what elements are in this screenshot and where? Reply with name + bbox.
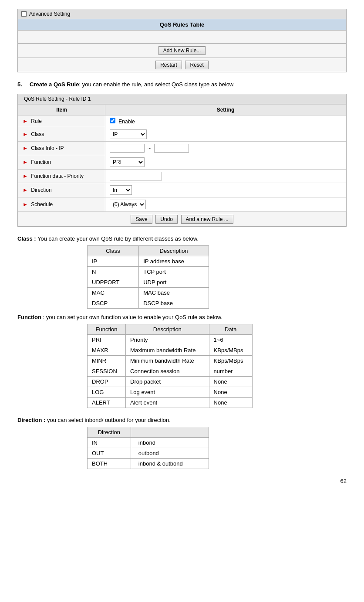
dir-col-direction: Direction: [88, 427, 131, 438]
step5-bold: Create a QoS Rule: [30, 81, 79, 88]
qos-rules-bottom-buttons: Restart Reset: [18, 58, 346, 72]
class-heading-text: You can create your own QoS rule by diff…: [36, 235, 199, 242]
direction-table-wrapper: Direction IN inbond OUT outbond BOTH inb…: [87, 427, 347, 469]
rule-label: Rule: [31, 118, 42, 124]
restart-button[interactable]: Restart: [155, 61, 182, 69]
rule-setting-footer: Save Undo And a new Rule ...: [18, 212, 346, 226]
step5-heading: 5. Create a QoS Rule: you can enable the…: [17, 81, 347, 88]
table-row: ► Class IP N UDPPORT MAC DSCP: [18, 127, 346, 142]
advanced-setting-label: Advanced Setting: [29, 11, 70, 17]
save-button[interactable]: Save: [131, 215, 152, 224]
class-ip-cell: IP: [88, 256, 139, 267]
class-select[interactable]: IP N UDPPORT MAC DSCP: [110, 129, 147, 139]
table-row: ► Class Info - IP ~: [18, 142, 346, 155]
func-alert-desc: Alert event: [126, 398, 209, 408]
class-col-desc: Description: [139, 246, 209, 256]
direction-label-cell: ► Direction: [18, 183, 105, 197]
class-info-to-input[interactable]: [154, 144, 189, 153]
rule-setting-container: QoS Rule Setting - Rule ID 1 Item Settin…: [17, 94, 347, 227]
advanced-setting-checkbox[interactable]: [21, 11, 27, 17]
rule-setting-header: QoS Rule Setting - Rule ID 1: [18, 94, 346, 104]
class-table-wrapper: Class Description IP IP address base N T…: [87, 245, 347, 309]
table-row: ► Function PRI MAXR MINR SESSION DROP LO…: [18, 155, 346, 170]
undo-button[interactable]: Undo: [155, 215, 178, 224]
table-row: ► Function data - Priority: [18, 170, 346, 183]
table-row: IP IP address base: [88, 256, 209, 267]
class-mac-desc: MAC base: [139, 288, 209, 298]
dir-out-cell: OUT: [88, 448, 131, 459]
rule-setting-table: Item Setting ► Rule Enable ► Class: [18, 104, 346, 212]
function-label: Function: [31, 159, 51, 165]
dir-both-cell: BOTH: [88, 459, 131, 469]
dir-in-cell: IN: [88, 438, 131, 448]
page-number-text: 62: [340, 478, 347, 484]
class-heading-bold: Class :: [17, 235, 36, 242]
schedule-select[interactable]: (0) Always: [110, 200, 146, 209]
arrow-icon: ►: [23, 145, 28, 151]
step5-text: Create a QoS Rule: you can enable the ru…: [30, 81, 235, 88]
func-pri-cell: PRI: [88, 335, 126, 345]
class-dscp-desc: DSCP base: [139, 298, 209, 309]
class-ip-desc: IP address base: [139, 256, 209, 267]
function-heading-text: : you can set your own function value to…: [41, 314, 222, 320]
func-minr-data: KBps/MBps: [209, 356, 252, 366]
func-alert-data: None: [209, 398, 252, 408]
direction-section-heading: Direction : you can select inbond/ outbo…: [17, 417, 347, 423]
dir-in-desc: inbond: [131, 438, 209, 448]
dir-both-desc: inbond & outbond: [131, 459, 209, 469]
function-label-cell: ► Function: [18, 155, 105, 170]
tilde-separator: ~: [148, 145, 151, 151]
func-pri-desc: Priority: [126, 335, 209, 345]
func-col-desc: Description: [126, 324, 209, 335]
rule-setting-cell: Enable: [105, 116, 346, 127]
function-setting-cell: PRI MAXR MINR SESSION DROP LOG ALERT: [105, 155, 346, 170]
function-data-input[interactable]: [110, 172, 162, 180]
step5-description: : you can enable the rule, and select Qo…: [79, 81, 235, 88]
table-row: DROP Drop packet None: [88, 377, 253, 387]
class-info-label: Class Info - IP: [31, 145, 64, 151]
direction-table: Direction IN inbond OUT outbond BOTH inb…: [87, 427, 209, 469]
function-data-label: Function data - Priority: [31, 173, 84, 179]
and-new-rule-button[interactable]: And a new Rule ...: [181, 215, 233, 224]
class-info-from-input[interactable]: [110, 144, 145, 153]
func-drop-data: None: [209, 377, 252, 387]
qos-rules-top-header: Advanced Setting: [18, 9, 346, 19]
add-new-rule-button[interactable]: Add New Rule...: [158, 46, 206, 55]
table-row: ALERT Alert event None: [88, 398, 253, 408]
rule-enable-checkbox[interactable]: [110, 118, 115, 123]
func-maxr-desc: Maximum bandwidth Rate: [126, 345, 209, 356]
func-pri-data: 1~6: [209, 335, 252, 345]
class-label-cell: ► Class: [18, 127, 105, 142]
table-row: SESSION Connection session number: [88, 366, 253, 377]
class-n-desc: TCP port: [139, 267, 209, 277]
arrow-icon: ►: [23, 201, 28, 207]
direction-select[interactable]: In Out Both: [110, 185, 132, 195]
reset-button[interactable]: Reset: [185, 61, 208, 69]
direction-heading-text: you can select inbond/ outbond for your …: [45, 417, 171, 423]
table-row: OUT outbond: [88, 448, 209, 459]
function-section-heading: Function : you can set your own function…: [17, 314, 347, 320]
table-row: ► Direction In Out Both: [18, 183, 346, 197]
table-row: IN inbond: [88, 438, 209, 448]
table-row: BOTH inbond & outbond: [88, 459, 209, 469]
table-row: UDPPORT UDP port: [88, 277, 209, 288]
direction-heading-bold: Direction :: [17, 417, 45, 423]
schedule-setting-cell: (0) Always: [105, 197, 346, 212]
func-col-function: Function: [88, 324, 126, 335]
qos-rules-top-body: [18, 31, 346, 44]
function-select[interactable]: PRI MAXR MINR SESSION DROP LOG ALERT: [110, 157, 145, 167]
function-table-wrapper: Function Description Data PRI Priority 1…: [87, 324, 347, 408]
step5-number: 5.: [17, 81, 26, 88]
class-info-setting-cell: ~: [105, 142, 346, 155]
func-drop-cell: DROP: [88, 377, 126, 387]
class-col-class: Class: [88, 246, 139, 256]
table-row: PRI Priority 1~6: [88, 335, 253, 345]
table-row: N TCP port: [88, 267, 209, 277]
arrow-icon: ►: [23, 131, 28, 137]
func-log-cell: LOG: [88, 387, 126, 398]
dir-col-desc: [131, 427, 209, 438]
table-row: MINR Minimum bandwidth Rate KBps/MBps: [88, 356, 253, 366]
table-row: DSCP DSCP base: [88, 298, 209, 309]
direction-setting-cell: In Out Both: [105, 183, 346, 197]
table-row: MAC MAC base: [88, 288, 209, 298]
